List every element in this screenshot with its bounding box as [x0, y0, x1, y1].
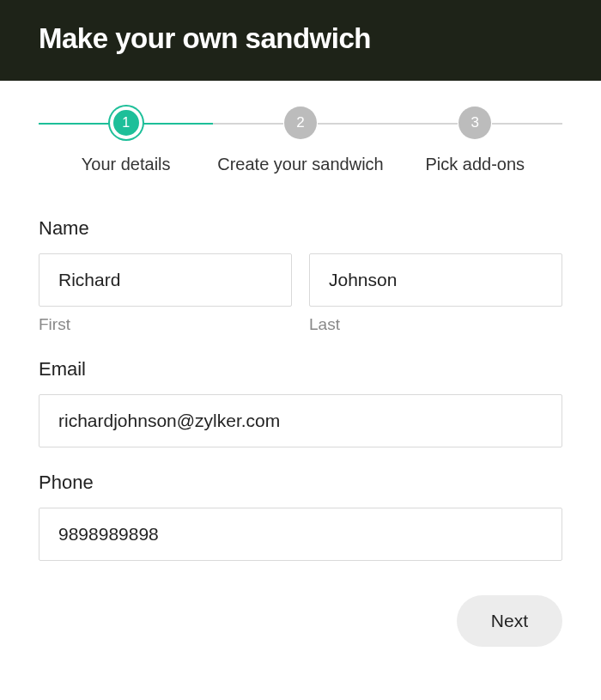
form-content: 1 Your details 2 Create your sandwich 3 … [0, 81, 601, 647]
step-line [492, 123, 562, 125]
step-label: Pick add-ons [426, 155, 525, 174]
step-circle: 1 [113, 110, 139, 136]
step-label: Create your sandwich [217, 155, 383, 174]
step-pick-addons[interactable]: 3 Pick add-ons [388, 107, 562, 174]
step-line [213, 123, 283, 125]
phone-section: Phone [39, 472, 562, 561]
step-create-sandwich[interactable]: 2 Create your sandwich [213, 107, 387, 174]
step-circle: 2 [284, 107, 317, 139]
step-number: 3 [471, 114, 479, 131]
form-footer: Next [39, 595, 562, 647]
step-number: 1 [122, 115, 130, 131]
name-label: Name [39, 217, 562, 240]
step-your-details[interactable]: 1 Your details [39, 107, 213, 174]
next-button[interactable]: Next [457, 595, 562, 647]
phone-label: Phone [39, 472, 562, 494]
step-label: Your details [82, 155, 171, 174]
step-line [388, 123, 458, 125]
email-label: Email [39, 358, 562, 380]
step-line [318, 123, 388, 125]
phone-input[interactable] [39, 508, 562, 561]
page-title: Make your own sandwich [39, 22, 562, 55]
step-line [143, 123, 214, 125]
step-line [39, 123, 109, 125]
last-name-sublabel: Last [309, 315, 562, 334]
page-header: Make your own sandwich [0, 0, 601, 81]
first-name-sublabel: First [39, 315, 292, 334]
last-name-input[interactable] [309, 253, 562, 307]
name-section: Name First Last [39, 217, 562, 334]
first-name-input[interactable] [39, 253, 292, 307]
email-section: Email [39, 358, 562, 447]
stepper: 1 Your details 2 Create your sandwich 3 … [39, 107, 562, 174]
step-number: 2 [296, 114, 304, 131]
step-circle: 3 [458, 107, 491, 139]
email-input[interactable] [39, 394, 562, 447]
